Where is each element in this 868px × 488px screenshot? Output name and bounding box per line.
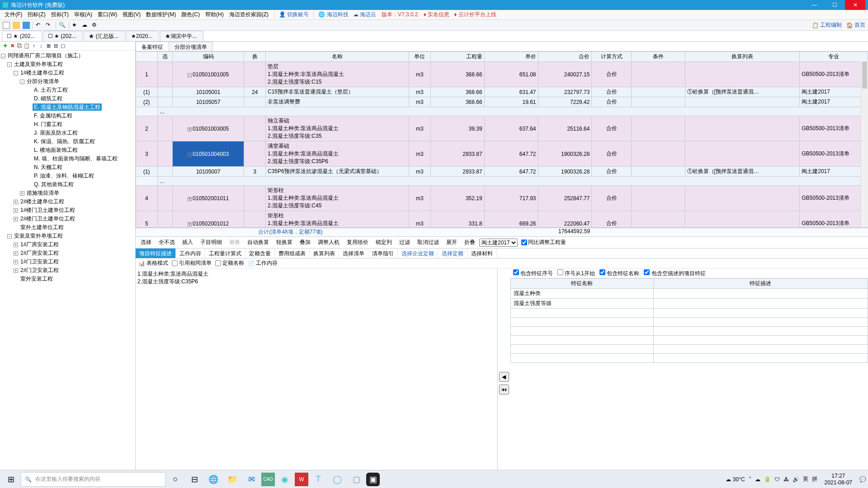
action-复用组价[interactable]: 复用组价: [344, 237, 372, 248]
menu-item[interactable]: 审核(A): [71, 10, 95, 19]
project-compile-button[interactable]: 📋 工程编制: [812, 21, 842, 29]
app-teal-icon[interactable]: ◉: [276, 470, 294, 488]
app-box-icon[interactable]: ▢: [347, 470, 365, 488]
detail-tab[interactable]: 分部分项清单: [169, 42, 213, 51]
grid-row[interactable]: 3-010501004003满堂基础 1.混凝土种类:泵送商品混凝土 2.混凝土…: [136, 141, 868, 167]
action-展开[interactable]: 展开: [443, 237, 460, 248]
explorer-icon[interactable]: 📁: [223, 470, 241, 488]
tree-toggle-icon[interactable]: -: [1, 54, 5, 58]
tree-node[interactable]: +2#门卫安装工程: [1, 266, 134, 275]
tree-del-icon[interactable]: ✖: [9, 43, 15, 49]
tree-down-icon[interactable]: ↓: [38, 43, 44, 49]
tree-toggle-icon[interactable]: -: [7, 234, 12, 239]
tree-toggle-icon[interactable]: -: [14, 71, 18, 75]
menu-item[interactable]: 投标(T): [48, 10, 71, 19]
project-tab[interactable]: ☐ ★ (202...: [43, 31, 83, 41]
tree-node[interactable]: F. 金属结构工程: [1, 112, 134, 120]
weather-widget[interactable]: ☁ 30°C: [726, 476, 745, 483]
action-插入[interactable]: 插入: [179, 237, 196, 248]
grid-row[interactable]: (1)101050073C35P6预拌泵送抗渗混凝土（无梁式满堂基础）m3293…: [136, 167, 868, 177]
tree-toggle-icon[interactable]: +: [14, 243, 18, 247]
tray-battery-icon[interactable]: 🔋: [764, 476, 771, 483]
prop-tab[interactable]: 定额含量: [245, 249, 275, 258]
new-icon[interactable]: [3, 22, 10, 29]
menu-item[interactable]: 帮助(H): [203, 10, 226, 19]
project-tree[interactable]: -同翔通用厂房二期项目（施工）-土建及室外单项工程-1#楼土建单位工程-分部分项…: [0, 51, 135, 485]
tree-paste-icon[interactable]: 📋: [24, 43, 30, 49]
tray-volume-icon[interactable]: 🔊: [793, 476, 799, 483]
clock[interactable]: 17:27 2021-08-07: [821, 473, 856, 486]
work-content-button[interactable]: 📄 工作内容: [248, 259, 278, 267]
cortana-icon[interactable]: ○: [166, 470, 184, 488]
tree-toggle-icon[interactable]: +: [14, 251, 18, 256]
feature-text[interactable]: 1.混凝土种类:泵送商品混凝土 2.混凝土强度等级:C35P6: [136, 268, 498, 488]
tree-toggle-icon[interactable]: -: [20, 80, 24, 84]
menu-item[interactable]: 文件(F): [2, 10, 25, 19]
seq-from-1-checkbox[interactable]: 序号从1开始: [557, 269, 595, 277]
action-子目明细[interactable]: 子目明细: [197, 237, 225, 248]
tray-ime-2[interactable]: 拼: [812, 475, 817, 483]
feature-table[interactable]: 特征名称特征描述混凝土种类混凝土强度等级: [510, 278, 868, 363]
app-o-icon[interactable]: ◯: [328, 470, 346, 488]
prop-tab[interactable]: 工程量计算式: [205, 249, 245, 258]
menu-item[interactable]: 海迈造价家园(Z): [226, 10, 271, 19]
tree-node[interactable]: K. 保温、隔热、防腐工程: [1, 137, 134, 146]
tree-add-icon[interactable]: ✚: [2, 43, 8, 49]
tree-node[interactable]: +1#厂房安装工程: [1, 240, 134, 249]
prop-tab[interactable]: 项目特征描述: [136, 249, 176, 258]
tree-node[interactable]: D. 砌筑工程: [1, 94, 134, 103]
ref-same-checkbox[interactable]: 引用相同清单: [172, 259, 212, 267]
settings-icon[interactable]: ⚙: [92, 22, 99, 29]
menu-item[interactable]: 数据维护(M): [143, 10, 179, 19]
tree-node[interactable]: J. 屋面及防水工程: [1, 129, 134, 137]
tree-node[interactable]: Q. 其他装饰工程: [1, 180, 134, 189]
grid-row[interactable]: 2+010501003005独立基础 1.混凝土种类:泵送商品混凝土 2.混凝土…: [136, 116, 868, 141]
quota-name-checkbox[interactable]: 定额名称: [215, 259, 244, 267]
action-自动换算[interactable]: 自动换算: [244, 237, 272, 248]
platform-link[interactable]: ♦ 云计价平台上线: [452, 10, 498, 19]
find-icon[interactable]: 🔍: [59, 22, 66, 29]
action-叠加[interactable]: 叠加: [297, 237, 314, 248]
tree-up-icon[interactable]: ↑: [31, 43, 37, 49]
tree-node[interactable]: A. 土石方工程: [1, 86, 134, 94]
quota-select[interactable]: 闽土建2017: [479, 239, 518, 247]
tree-expand-icon[interactable]: ⊞: [45, 43, 52, 49]
grid-row[interactable]: 5+010502001012矩形柱 1.混凝土种类:泵送商品混凝土 2.混凝土强…: [136, 211, 868, 228]
menu-item[interactable]: 视图(V): [120, 10, 143, 19]
tree-node[interactable]: 室外土建单位工程: [1, 223, 134, 232]
tree-collapse-icon[interactable]: ⊟: [52, 43, 59, 49]
prop-tab[interactable]: 换算列表: [310, 249, 339, 258]
table-mode-button[interactable]: 📊 表格模式: [138, 259, 168, 267]
tree-node[interactable]: -安装及室外单项工程: [1, 232, 134, 240]
action-替换[interactable]: 替换: [226, 237, 243, 248]
tree-toggle-icon[interactable]: +: [14, 260, 18, 264]
prop-tab[interactable]: 选择清单: [339, 249, 368, 258]
app-black-icon[interactable]: ▣: [366, 473, 380, 486]
prop-tab[interactable]: 选择材料: [467, 249, 497, 258]
tree-node[interactable]: L. 楼地面装饰工程: [1, 146, 134, 155]
tree-toggle-icon[interactable]: +: [20, 191, 24, 196]
cloud-link[interactable]: ☁ 海迈云: [351, 10, 378, 19]
tray-shield-icon[interactable]: 🛡: [774, 476, 780, 483]
tree-node[interactable]: N. 天棚工程: [1, 163, 134, 172]
tree-node[interactable]: +2#厂房安装工程: [1, 249, 134, 258]
tree-copy-icon[interactable]: ⿻: [16, 43, 23, 49]
menu-item[interactable]: 招标(Z): [25, 10, 48, 19]
feature-row[interactable]: 混凝土强度等级: [510, 299, 868, 309]
include-name-checkbox[interactable]: 包含特征名称: [599, 269, 639, 277]
tree-fit-icon[interactable]: ▢: [60, 43, 66, 49]
edge-icon[interactable]: 🌐: [204, 470, 222, 488]
action-取消过滤[interactable]: 取消过滤: [414, 237, 442, 248]
grid-row[interactable]: 1-010501001005垫层 1.混凝土种类:非泵送商品混凝土 2.混凝土强…: [136, 62, 868, 87]
prop-tab[interactable]: 清单指引: [368, 249, 398, 258]
tree-node[interactable]: -分部分项清单: [1, 77, 134, 86]
action-选择[interactable]: 选择: [137, 237, 155, 248]
tech-link[interactable]: 🌐 海迈科技: [316, 10, 350, 19]
save-icon[interactable]: [23, 22, 30, 29]
tree-toggle-icon[interactable]: +: [14, 217, 18, 221]
action-折叠[interactable]: 折叠: [461, 237, 478, 248]
grid-row[interactable]: (1)1010500124C15预拌非泵送普通混凝土（垫层）m3368.6663…: [136, 87, 868, 97]
project-tab[interactable]: ★2020...: [126, 31, 160, 41]
realname-link[interactable]: ♦ 实名信息: [422, 10, 451, 19]
tree-toggle-icon[interactable]: -: [7, 62, 12, 67]
